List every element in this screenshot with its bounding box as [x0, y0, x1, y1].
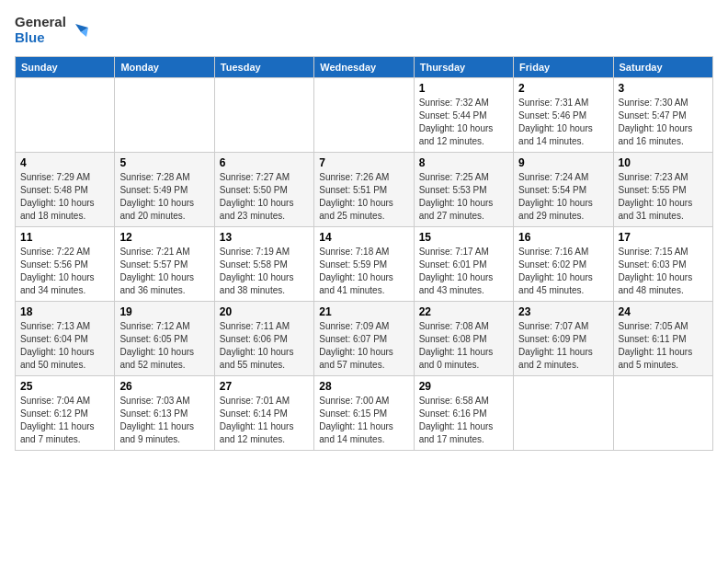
calendar-day-cell: 20Sunrise: 7:11 AMSunset: 6:06 PMDayligh…	[214, 302, 313, 376]
day-number: 16	[518, 231, 608, 244]
day-number: 19	[119, 305, 209, 318]
calendar-day-cell	[16, 78, 115, 153]
weekday-header-row: SundayMondayTuesdayWednesdayThursdayFrid…	[16, 57, 713, 78]
day-number: 22	[419, 305, 508, 318]
calendar-day-cell: 24Sunrise: 7:05 AMSunset: 6:11 PMDayligh…	[613, 302, 712, 376]
day-info: Sunrise: 7:22 AMSunset: 5:56 PMDaylight:…	[20, 246, 109, 297]
day-info: Sunrise: 7:30 AMSunset: 5:47 PMDaylight:…	[619, 97, 708, 148]
weekday-header: Thursday	[414, 57, 513, 78]
logo-general: General	[15, 15, 66, 30]
calendar-day-cell: 1Sunrise: 7:32 AMSunset: 5:44 PMDaylight…	[414, 78, 513, 153]
calendar-day-cell: 26Sunrise: 7:03 AMSunset: 6:13 PMDayligh…	[115, 376, 214, 451]
day-number: 9	[518, 156, 608, 169]
weekday-header: Sunday	[16, 57, 115, 78]
calendar-day-cell: 8Sunrise: 7:25 AMSunset: 5:53 PMDaylight…	[414, 153, 513, 227]
calendar-day-cell: 14Sunrise: 7:18 AMSunset: 5:59 PMDayligh…	[314, 227, 414, 302]
day-info: Sunrise: 7:13 AMSunset: 6:04 PMDaylight:…	[20, 320, 109, 372]
day-info: Sunrise: 7:05 AMSunset: 6:11 PMDaylight:…	[619, 320, 708, 372]
day-number: 28	[319, 380, 408, 393]
day-info: Sunrise: 7:21 AMSunset: 5:57 PMDaylight:…	[119, 246, 209, 297]
day-info: Sunrise: 7:24 AMSunset: 5:54 PMDaylight:…	[518, 171, 608, 223]
day-number: 2	[518, 82, 608, 95]
day-number: 10	[619, 156, 708, 169]
calendar-day-cell	[613, 376, 712, 451]
day-number: 18	[20, 305, 109, 318]
day-info: Sunrise: 7:07 AMSunset: 6:09 PMDaylight:…	[518, 320, 608, 372]
day-number: 13	[220, 231, 309, 244]
logo-mark: General Blue	[15, 15, 88, 45]
calendar-day-cell	[115, 78, 214, 153]
day-info: Sunrise: 6:58 AMSunset: 6:16 PMDaylight:…	[419, 395, 508, 446]
calendar-day-cell: 10Sunrise: 7:23 AMSunset: 5:55 PMDayligh…	[613, 153, 712, 227]
logo: General Blue	[15, 15, 88, 45]
day-number: 17	[619, 231, 708, 244]
day-number: 20	[220, 305, 309, 318]
calendar-day-cell	[214, 78, 313, 153]
calendar-day-cell: 15Sunrise: 7:17 AMSunset: 6:01 PMDayligh…	[414, 227, 513, 302]
day-info: Sunrise: 7:25 AMSunset: 5:53 PMDaylight:…	[419, 171, 508, 223]
calendar-week-row: 11Sunrise: 7:22 AMSunset: 5:56 PMDayligh…	[16, 227, 713, 302]
calendar-day-cell: 17Sunrise: 7:15 AMSunset: 6:03 PMDayligh…	[613, 227, 712, 302]
day-number: 21	[319, 305, 408, 318]
calendar-week-row: 4Sunrise: 7:29 AMSunset: 5:48 PMDaylight…	[16, 153, 713, 227]
calendar-day-cell: 21Sunrise: 7:09 AMSunset: 6:07 PMDayligh…	[314, 302, 414, 376]
weekday-header: Wednesday	[314, 57, 414, 78]
calendar-day-cell: 12Sunrise: 7:21 AMSunset: 5:57 PMDayligh…	[115, 227, 214, 302]
day-number: 27	[220, 380, 309, 393]
day-info: Sunrise: 7:04 AMSunset: 6:12 PMDaylight:…	[20, 395, 109, 446]
day-info: Sunrise: 7:03 AMSunset: 6:13 PMDaylight:…	[119, 395, 209, 446]
calendar-day-cell: 22Sunrise: 7:08 AMSunset: 6:08 PMDayligh…	[414, 302, 513, 376]
day-info: Sunrise: 7:01 AMSunset: 6:14 PMDaylight:…	[220, 395, 309, 446]
day-number: 12	[119, 231, 209, 244]
day-number: 7	[319, 156, 408, 169]
calendar-day-cell: 7Sunrise: 7:26 AMSunset: 5:51 PMDaylight…	[314, 153, 414, 227]
logo-blue: Blue	[15, 30, 66, 46]
calendar-day-cell: 6Sunrise: 7:27 AMSunset: 5:50 PMDaylight…	[214, 153, 313, 227]
calendar-day-cell: 2Sunrise: 7:31 AMSunset: 5:46 PMDaylight…	[514, 78, 613, 153]
calendar-day-cell: 29Sunrise: 6:58 AMSunset: 6:16 PMDayligh…	[414, 376, 513, 451]
day-info: Sunrise: 7:08 AMSunset: 6:08 PMDaylight:…	[419, 320, 508, 372]
calendar-day-cell	[514, 376, 613, 451]
day-info: Sunrise: 7:17 AMSunset: 6:01 PMDaylight:…	[419, 246, 508, 297]
day-info: Sunrise: 7:19 AMSunset: 5:58 PMDaylight:…	[220, 246, 309, 297]
day-number: 11	[20, 231, 109, 244]
day-info: Sunrise: 7:23 AMSunset: 5:55 PMDaylight:…	[619, 171, 708, 223]
weekday-header: Monday	[115, 57, 214, 78]
day-info: Sunrise: 7:09 AMSunset: 6:07 PMDaylight:…	[319, 320, 408, 372]
calendar-table: SundayMondayTuesdayWednesdayThursdayFrid…	[15, 56, 713, 451]
calendar-day-cell: 16Sunrise: 7:16 AMSunset: 6:02 PMDayligh…	[514, 227, 613, 302]
calendar-week-row: 1Sunrise: 7:32 AMSunset: 5:44 PMDaylight…	[16, 78, 713, 153]
day-info: Sunrise: 7:18 AMSunset: 5:59 PMDaylight:…	[319, 246, 408, 297]
day-number: 29	[419, 380, 508, 393]
day-number: 6	[220, 156, 309, 169]
day-info: Sunrise: 7:15 AMSunset: 6:03 PMDaylight:…	[619, 246, 708, 297]
page-header: General Blue	[15, 15, 713, 45]
day-number: 5	[119, 156, 209, 169]
calendar-day-cell: 4Sunrise: 7:29 AMSunset: 5:48 PMDaylight…	[16, 153, 115, 227]
day-number: 1	[419, 82, 508, 95]
weekday-header: Friday	[514, 57, 613, 78]
day-number: 15	[419, 231, 508, 244]
calendar-day-cell: 19Sunrise: 7:12 AMSunset: 6:05 PMDayligh…	[115, 302, 214, 376]
day-info: Sunrise: 7:28 AMSunset: 5:49 PMDaylight:…	[119, 171, 209, 223]
calendar-day-cell: 27Sunrise: 7:01 AMSunset: 6:14 PMDayligh…	[214, 376, 313, 451]
day-info: Sunrise: 7:32 AMSunset: 5:44 PMDaylight:…	[419, 97, 508, 148]
day-info: Sunrise: 7:27 AMSunset: 5:50 PMDaylight:…	[220, 171, 309, 223]
day-number: 14	[319, 231, 408, 244]
calendar-day-cell: 13Sunrise: 7:19 AMSunset: 5:58 PMDayligh…	[214, 227, 313, 302]
day-number: 8	[419, 156, 508, 169]
logo-bird-icon	[68, 20, 88, 40]
day-info: Sunrise: 7:12 AMSunset: 6:05 PMDaylight:…	[119, 320, 209, 372]
calendar-day-cell: 23Sunrise: 7:07 AMSunset: 6:09 PMDayligh…	[514, 302, 613, 376]
weekday-header: Saturday	[613, 57, 712, 78]
day-info: Sunrise: 7:31 AMSunset: 5:46 PMDaylight:…	[518, 97, 608, 148]
day-info: Sunrise: 7:16 AMSunset: 6:02 PMDaylight:…	[518, 246, 608, 297]
calendar-week-row: 25Sunrise: 7:04 AMSunset: 6:12 PMDayligh…	[16, 376, 713, 451]
calendar-week-row: 18Sunrise: 7:13 AMSunset: 6:04 PMDayligh…	[16, 302, 713, 376]
day-number: 23	[518, 305, 608, 318]
day-number: 26	[119, 380, 209, 393]
day-info: Sunrise: 7:11 AMSunset: 6:06 PMDaylight:…	[220, 320, 309, 372]
calendar-day-cell: 28Sunrise: 7:00 AMSunset: 6:15 PMDayligh…	[314, 376, 414, 451]
calendar-day-cell: 5Sunrise: 7:28 AMSunset: 5:49 PMDaylight…	[115, 153, 214, 227]
calendar-day-cell: 3Sunrise: 7:30 AMSunset: 5:47 PMDaylight…	[613, 78, 712, 153]
